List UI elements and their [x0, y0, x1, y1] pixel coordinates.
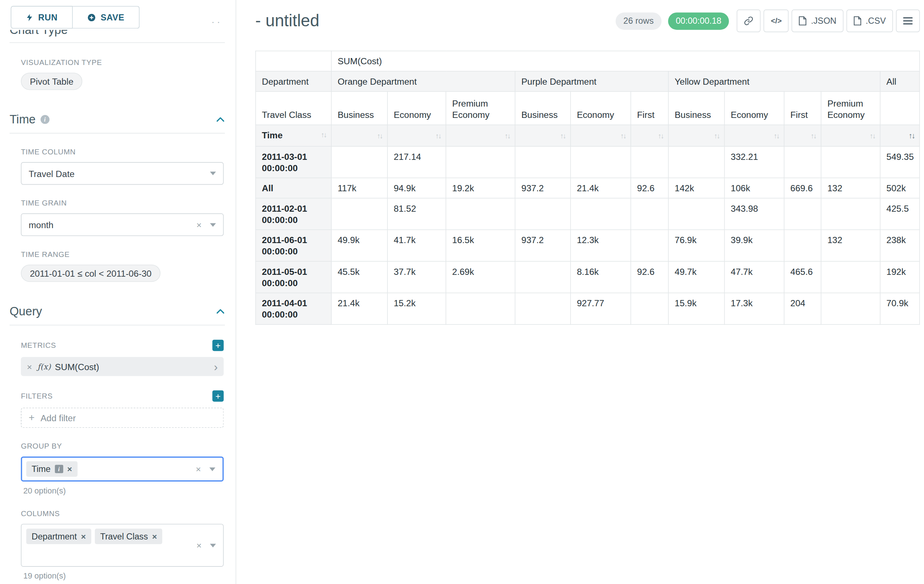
group-by-label: GROUP BY — [21, 442, 223, 451]
chart-title[interactable]: - untitled — [255, 12, 319, 30]
export-json-label: .JSON — [811, 16, 837, 26]
metrics-label: METRICS — [21, 341, 56, 350]
pivot-corner-cell — [256, 51, 331, 72]
pivot-class-header: Premium Economy — [821, 92, 880, 125]
pivot-value-cell: 669.6 — [784, 178, 821, 198]
pivot-class-header: Business — [331, 92, 388, 125]
pivot-sort-cell: ↑↓ — [331, 125, 388, 146]
pivot-value-cell: 41.7k — [388, 230, 446, 262]
remove-tag-icon[interactable]: × — [67, 465, 72, 474]
time-grain-select[interactable]: month × — [21, 214, 223, 236]
query-section-title: Query — [10, 304, 42, 318]
columns-select[interactable]: Department×Travel Class× × — [21, 524, 223, 567]
visualization-type-pill[interactable]: Pivot Table — [21, 72, 82, 90]
pivot-value-cell: 465.6 — [784, 262, 821, 293]
plus-circle-icon — [87, 13, 96, 21]
pivot-value-cell: 217.14 — [388, 146, 446, 178]
pivot-value-cell — [784, 146, 821, 178]
time-column-control: TIME COLUMN Travel Date — [21, 148, 223, 185]
sort-toggle-icon[interactable]: ↑↓ — [436, 131, 441, 142]
time-grain-label: TIME GRAIN — [21, 199, 223, 207]
pivot-class-header: Premium Economy — [446, 92, 515, 125]
pivot-value-cell: 132 — [821, 178, 880, 198]
row-count-badge: 26 rows — [616, 12, 662, 29]
export-json-button[interactable]: .JSON — [792, 10, 844, 32]
view-query-button[interactable]: </> — [764, 10, 789, 32]
sort-toggle-icon[interactable]: ↑↓ — [774, 131, 779, 142]
chart-toolbar: 26 rows 00:00:00.18 </> .JSON .CSV — [616, 10, 920, 32]
query-section-header[interactable]: Query — [10, 304, 225, 325]
clear-icon[interactable]: × — [196, 541, 201, 550]
pivot-class-header: First — [631, 92, 668, 125]
pivot-value-cell — [821, 146, 880, 178]
pivot-value-cell: 106k — [724, 178, 784, 198]
pivot-time-header: Time↑↓ — [256, 125, 331, 146]
sort-toggle-icon[interactable]: ↑↓ — [321, 129, 327, 140]
sort-toggle-icon[interactable]: ↑↓ — [658, 131, 663, 142]
chevron-up-icon[interactable] — [216, 117, 224, 122]
remove-metric-icon[interactable]: × — [26, 361, 32, 372]
pivot-value-cell — [631, 198, 668, 230]
pivot-sort-cell: ↑↓ — [668, 125, 724, 146]
info-icon: i — [55, 465, 63, 474]
pivot-value-cell: 47.7k — [724, 262, 784, 293]
pivot-value-cell: 16.5k — [446, 230, 515, 262]
clear-icon[interactable]: × — [196, 220, 201, 229]
sort-toggle-icon[interactable]: ↑↓ — [505, 131, 510, 142]
sort-descending-icon[interactable]: ↑↓ — [909, 130, 914, 141]
sort-toggle-icon[interactable]: ↑↓ — [870, 131, 875, 142]
pivot-time-header-inner: Time↑↓ — [262, 129, 326, 140]
pivot-value-cell: 2.69k — [446, 262, 515, 293]
pivot-value-cell — [446, 146, 515, 178]
add-metric-button[interactable]: + — [212, 340, 223, 351]
pivot-value-cell: 927.77 — [571, 293, 631, 324]
pivot-group-header: Yellow Department — [668, 71, 880, 92]
time-column-value: Travel Date — [28, 168, 74, 178]
columns-control: COLUMNS Department×Travel Class× × 19 op… — [21, 510, 223, 580]
pivot-value-cell: 45.5k — [331, 262, 388, 293]
pivot-value-cell — [331, 198, 388, 230]
pivot-value-cell — [668, 198, 724, 230]
pivot-data-row: 2011-03-01 00:00:00217.14332.21549.35 — [256, 146, 920, 178]
group-by-options-hint: 20 option(s) — [21, 486, 223, 495]
pivot-row-header: 2011-02-01 00:00:00 — [256, 198, 331, 230]
tag-label: Department — [32, 531, 77, 541]
pivot-value-cell: 238k — [880, 230, 920, 262]
time-range-pill[interactable]: 2011-01-01 ≤ col < 2011-06-30 — [21, 265, 160, 282]
pivot-table: SUM(Cost)DepartmentOrange DepartmentPurp… — [255, 51, 920, 325]
pivot-row-header: 2011-05-01 00:00:00 — [256, 262, 331, 293]
remove-tag-icon[interactable]: × — [81, 532, 86, 541]
add-filter-button[interactable]: + Add filter — [21, 408, 223, 428]
pivot-value-cell: 92.6 — [631, 262, 668, 293]
time-column-select[interactable]: Travel Date — [21, 162, 223, 185]
remove-tag-icon[interactable]: × — [152, 532, 157, 541]
pivot-value-cell — [821, 262, 880, 293]
run-button[interactable]: RUN — [11, 6, 72, 28]
time-section-header[interactable]: Time i — [10, 113, 225, 133]
save-button[interactable]: SAVE — [73, 6, 140, 28]
pivot-value-cell: 343.98 — [724, 198, 784, 230]
pivot-data-row: All117k94.9k19.2k937.221.4k92.6142k106k6… — [256, 178, 920, 198]
sort-toggle-icon[interactable]: ↑↓ — [620, 131, 626, 142]
share-link-button[interactable] — [737, 10, 761, 32]
sort-toggle-icon[interactable]: ↑↓ — [560, 131, 566, 142]
menu-button[interactable] — [896, 10, 920, 32]
add-filter-plus-button[interactable]: + — [212, 390, 223, 401]
sort-toggle-icon[interactable]: ↑↓ — [377, 131, 383, 142]
pivot-value-cell: 70.9k — [880, 293, 920, 324]
link-icon — [744, 16, 754, 26]
pivot-value-cell — [784, 198, 821, 230]
metric-chip[interactable]: × ƒ(x) SUM(Cost) › — [21, 357, 223, 376]
chevron-up-icon[interactable] — [216, 309, 224, 314]
sort-toggle-icon[interactable]: ↑↓ — [811, 131, 816, 142]
sort-toggle-icon[interactable]: ↑↓ — [714, 131, 719, 142]
selected-option-tag: Department× — [26, 528, 91, 544]
filters-control: FILTERS + + Add filter — [21, 390, 223, 428]
chart-type-section-heading: Chart Type — [10, 30, 225, 38]
pivot-metric-header: SUM(Cost) — [331, 51, 919, 72]
group-by-select[interactable]: Timei× × — [21, 457, 223, 482]
export-csv-button[interactable]: .CSV — [846, 10, 893, 32]
clear-icon[interactable]: × — [196, 465, 201, 474]
group-by-control: GROUP BY Timei× × 20 option(s) — [21, 442, 223, 495]
pivot-value-cell — [515, 293, 571, 324]
